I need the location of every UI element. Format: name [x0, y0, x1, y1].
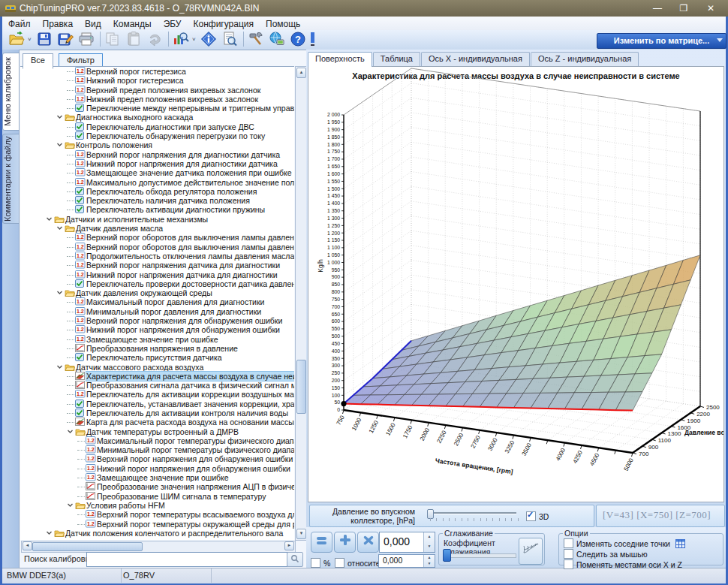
tree-item[interactable]: Переключатель обхода регулятора положени…	[20, 187, 294, 196]
tree-item[interactable]: 1.2Верхний порог температуры окружающей …	[20, 520, 294, 529]
tree-item[interactable]: 1.2Нижний предел положения вихревых засл…	[20, 95, 294, 104]
checkbox-3d-box[interactable]	[526, 511, 536, 521]
tree-item[interactable]: Переключатель активации диагностики пруж…	[20, 205, 294, 214]
tree-item[interactable]: 1.2Нижний порог напряжения для диагности…	[20, 159, 294, 168]
option-swap-axes[interactable]: Поменять местами оси X и Z	[564, 559, 682, 569]
tree-item[interactable]: Переключение между непрерывным и триггер…	[20, 104, 294, 113]
tree-folder[interactable]: Датчик массового расхода воздуха	[20, 363, 294, 372]
menu-эбу[interactable]: ЭБУ	[158, 17, 188, 31]
tree-item[interactable]: 1.2Верхний порог напряжения для диагност…	[20, 150, 294, 159]
option-adjust-neighbors-box[interactable]	[564, 538, 573, 548]
tree-item[interactable]: 1.2Нижний порог напряжения датчика для д…	[20, 270, 294, 279]
relative-spinner-arrows[interactable]: ▲▼	[423, 555, 435, 567]
scroll-up-button[interactable]: ▲	[296, 68, 306, 78]
expand-chevron-icon[interactable]	[67, 501, 75, 510]
tree-folder[interactable]: Условия работы HFM	[20, 501, 294, 510]
edit-by-matrix-button[interactable]: Изменить по матрице...	[597, 33, 726, 49]
tree-item[interactable]: 1.2Максимально допустимое действительное…	[20, 178, 294, 187]
surface-chart[interactable]: Характеристика для расчета массы воздуха…	[308, 66, 724, 502]
tree-folder[interactable]: Датчики и исполнительные механизмы	[20, 215, 294, 224]
tree-item[interactable]: Преобразования напряжения в давление	[20, 344, 294, 353]
expand-chevron-icon[interactable]	[56, 140, 65, 149]
tree-item[interactable]: 1.2Верхний порог температуры всасываемог…	[20, 510, 294, 519]
dropdown-chevron-icon[interactable]: ˅	[192, 30, 199, 48]
tree-item[interactable]: 1.2Максимальный порог температуры физиче…	[20, 436, 294, 445]
tab-ось[interactable]: Ось X - индивидуальная	[421, 52, 530, 67]
save-button[interactable]	[35, 30, 56, 49]
value-spinner[interactable]: 0,000 ▲▼	[379, 532, 435, 553]
tools-button[interactable]	[246, 30, 267, 49]
option-follow-mouse[interactable]: Следить за мышью	[564, 549, 648, 559]
tree-item[interactable]: 1.2Верхний порог напряжения датчика для …	[20, 261, 294, 270]
tree-item[interactable]: Переключатель наличия датчика положения	[20, 196, 294, 205]
copy-button[interactable]	[103, 30, 124, 49]
expand-chevron-icon[interactable]	[56, 224, 65, 233]
dropdown-chevron-icon[interactable]: ˅	[28, 30, 35, 48]
help-button[interactable]: ?	[288, 30, 309, 49]
tree-item[interactable]: 1.2Верхний порог оборотов для выключения…	[20, 243, 294, 252]
tree-folder[interactable]: Контроль положения	[20, 140, 294, 149]
tab-ось[interactable]: Ось Z - индивидуальная	[531, 52, 639, 67]
tree-folder[interactable]: Датчик положения коленчатого и распредел…	[20, 529, 294, 538]
smoothing-slider[interactable]	[443, 549, 516, 562]
scroll-left-button[interactable]: ◄	[23, 541, 32, 550]
tree-item[interactable]: 1.2Замещающее значение при ошибке	[20, 473, 294, 482]
expand-chevron-icon[interactable]	[56, 113, 65, 122]
percent-checkbox[interactable]: %	[311, 556, 330, 569]
option-adjust-neighbors[interactable]: Изменять соседние точки	[564, 538, 685, 548]
tab-таблица[interactable]: Таблица	[373, 52, 420, 67]
pressure-slider[interactable]	[423, 509, 519, 521]
tree-item[interactable]: 1.2Нижний порог напряжения для обнаружен…	[20, 464, 294, 473]
tree-item[interactable]: Преобразование ШИМ сигнала в температуру	[20, 492, 294, 501]
tree-item[interactable]: Переключатель проверки достоверности дат…	[20, 279, 294, 288]
save-as-button[interactable]	[56, 30, 77, 49]
tree-item[interactable]: Переключатель, устанавливает значения ко…	[20, 400, 294, 409]
tree-item[interactable]: Характеристика для расчета массы воздуха…	[20, 372, 294, 381]
expand-chevron-icon[interactable]	[46, 215, 54, 224]
sidebar-tab-file-comments[interactable]: Комментарии к файлу	[2, 134, 20, 224]
tree-item[interactable]: 1.2Замещающее значение датчика положения…	[20, 168, 294, 177]
tree-item[interactable]: 1.2Верхний предел положения вихревых зас…	[20, 86, 294, 95]
add-button[interactable]	[334, 532, 356, 553]
scroll-down-button[interactable]: ▼	[296, 529, 306, 539]
tree-item[interactable]: 1.2Замещающее значение при ошибке	[20, 335, 294, 344]
tree-item[interactable]: 1.2Верхний порог гистерезиса	[20, 67, 294, 76]
tree-item[interactable]: 1.2Максимальный порог давления для диагн…	[20, 297, 294, 306]
minimize-button[interactable]: —	[647, 2, 668, 14]
tree-item[interactable]: Переключатель присутствия датчика	[20, 353, 294, 362]
open-file-button[interactable]	[7, 30, 28, 49]
tree-item[interactable]: Переключатель диагностики при запуске ДВ…	[20, 122, 294, 131]
properties-button[interactable]	[199, 30, 220, 49]
tree-tab-all[interactable]: Все	[23, 53, 53, 69]
search-button[interactable]	[287, 552, 303, 567]
sidebar-tab-calibrations[interactable]: Меню калибровок	[2, 53, 20, 131]
tree-item[interactable]: 1.2Переключатель для активации коррекции…	[20, 390, 294, 399]
toolbar-overflow[interactable]	[309, 30, 317, 49]
horizontal-scroll-thumb[interactable]	[32, 542, 143, 551]
expand-chevron-icon[interactable]	[56, 363, 65, 372]
close-button[interactable]: ✕	[700, 2, 721, 14]
tab-поверхность[interactable]: Поверхность	[308, 52, 372, 67]
tree-item[interactable]: 1.2Верхний порог оборотов для выключения…	[20, 233, 294, 242]
network-button[interactable]	[267, 30, 288, 49]
chart-search-button[interactable]	[171, 30, 192, 49]
expand-chevron-icon[interactable]	[46, 529, 54, 538]
set-equal-button[interactable]	[311, 532, 332, 553]
smoothing-slider-handle[interactable]	[443, 549, 451, 562]
preview-button[interactable]	[220, 30, 241, 49]
delete-button[interactable]	[357, 532, 379, 553]
checkbox-3d[interactable]: 3D	[526, 509, 549, 523]
apply-smoothing-button[interactable]	[519, 538, 543, 565]
tree-item[interactable]: 1.2Нижний порог напряжения для обнаружен…	[20, 325, 294, 334]
tree-item[interactable]: Преобразования сигнала датчика в физичес…	[20, 381, 294, 390]
vertical-scroll-thumb[interactable]	[296, 360, 306, 414]
tree-item[interactable]: 1.2Продолжительность отключения лампы да…	[20, 252, 294, 261]
menu-помощь[interactable]: Помощь	[260, 17, 306, 31]
maximize-button[interactable]: ❐	[673, 2, 694, 14]
menu-вид[interactable]: Вид	[79, 17, 107, 31]
tree-folder[interactable]: Датчик давления окружающей среды	[20, 288, 294, 297]
tree-item[interactable]: Переключатель обнаружения перегрузки по …	[20, 131, 294, 140]
percent-checkbox-box[interactable]	[311, 558, 320, 568]
tree-item[interactable]: 1.2Минимальный порог температуры физичес…	[20, 445, 294, 454]
tree-item[interactable]: 1.2Верхний порог напряжения для обнаруже…	[20, 316, 294, 325]
